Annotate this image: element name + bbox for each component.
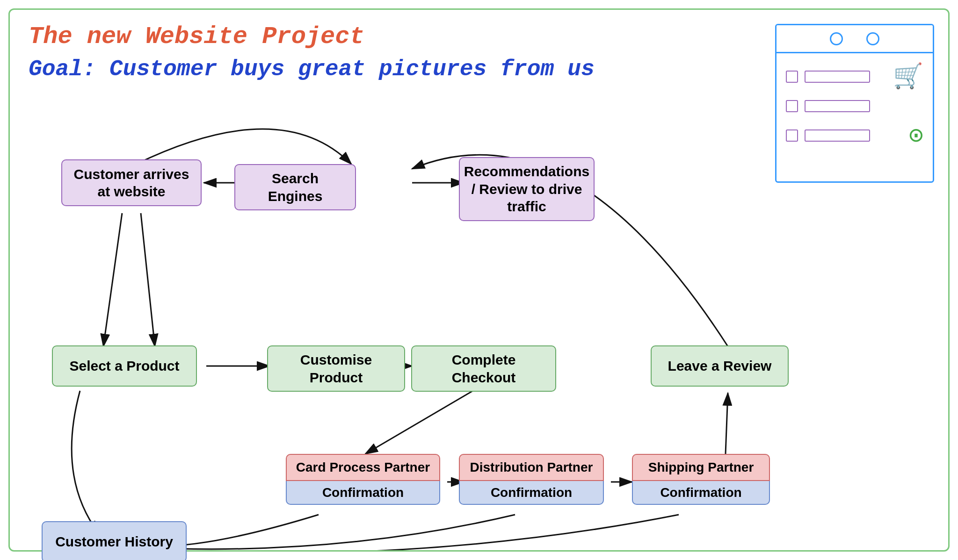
mockup-checkbox-2 (786, 100, 798, 112)
diagram-container: The new Website Project Goal: Customer b… (8, 8, 950, 552)
node-card-process-bottom: Confirmation (286, 481, 440, 505)
node-shipping-top: Shipping Partner (632, 454, 770, 481)
page-title: The new Website Project (29, 23, 364, 50)
mockup-header (777, 25, 933, 53)
mockup-bar-3 (805, 129, 870, 142)
node-search-engines: Search Engines (234, 164, 356, 210)
mockup-checkbox-3 (786, 129, 798, 142)
svg-line-3 (103, 213, 122, 346)
node-distribution-bottom: Confirmation (459, 481, 604, 505)
cart-icon: 🛒 (893, 62, 923, 92)
goal-text: Goal: Customer buys great pictures from … (29, 57, 595, 82)
svg-line-10 (726, 393, 728, 454)
node-shipping-bottom: Confirmation (632, 481, 770, 505)
mockup-circle-1 (830, 32, 843, 45)
mockup-checkbox-1 (786, 71, 798, 83)
mockup-circle-2 (866, 32, 879, 45)
svg-line-7 (365, 391, 473, 454)
node-customer-history: Customer History (42, 521, 187, 560)
node-shipping-partner: Shipping Partner Confirmation (632, 454, 770, 505)
mockup-row-2 (786, 100, 923, 112)
node-complete-checkout: Complete Checkout (411, 345, 556, 392)
svg-line-4 (141, 213, 155, 346)
node-customise-product: Customise Product (267, 345, 405, 392)
user-icon: ⊙ (909, 121, 923, 151)
mockup-row-3: ⊙ (786, 121, 923, 151)
website-mockup: 🛒 ⊙ (775, 24, 934, 183)
node-leave-review: Leave a Review (651, 345, 789, 387)
node-card-process: Card Process Partner Confirmation (286, 454, 440, 505)
mockup-body: 🛒 ⊙ (777, 53, 933, 159)
mockup-bar-1 (805, 71, 870, 83)
node-recommendations: Recommendations / Review to drive traffi… (459, 157, 595, 221)
node-distribution-top: Distribution Partner (459, 454, 604, 481)
node-customer-arrives: Customer arrives at website (61, 159, 202, 206)
mockup-bar-2 (805, 100, 870, 112)
node-card-process-top: Card Process Partner (286, 454, 440, 481)
node-distribution-partner: Distribution Partner Confirmation (459, 454, 604, 505)
mockup-row-1: 🛒 (786, 62, 923, 92)
node-select-product: Select a Product (52, 345, 197, 387)
